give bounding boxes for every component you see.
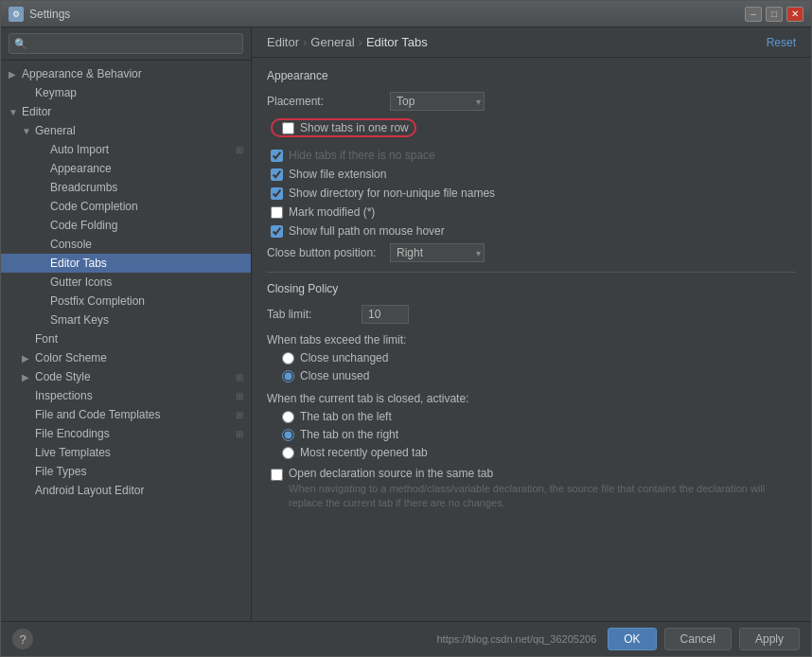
sidebar-item-code-folding[interactable]: Code Folding	[1, 216, 251, 235]
maximize-button[interactable]: □	[766, 7, 783, 22]
most-recently-label[interactable]: Most recently opened tab	[300, 446, 428, 459]
window-controls: – □ ✕	[745, 7, 803, 22]
close-unused-radio[interactable]	[282, 370, 294, 382]
show-file-extension-label[interactable]: Show file extension	[289, 168, 386, 181]
sidebar-label: File Encodings	[35, 427, 110, 440]
breadcrumb-part-3: Editor Tabs	[366, 35, 428, 49]
appearance-section-title: Appearance	[267, 69, 796, 82]
show-tabs-circled: Show tabs in one row	[271, 118, 416, 137]
sidebar-label: Console	[50, 238, 92, 251]
sidebar-item-inspections[interactable]: Inspections ⊞	[1, 386, 251, 405]
sidebar-item-console[interactable]: Console	[1, 235, 251, 254]
sidebar-item-smart-keys[interactable]: Smart Keys	[1, 311, 251, 329]
sidebar-label: Inspections	[35, 389, 93, 402]
ok-button[interactable]: OK	[608, 628, 656, 650]
arrow-icon: ▶	[22, 372, 31, 382]
search-icon: 🔍	[14, 38, 27, 50]
show-full-path-label[interactable]: Show full path on mouse hover	[289, 224, 445, 238]
close-button-select-wrapper: Right Left None ▾	[390, 243, 485, 262]
section-divider	[267, 272, 796, 273]
sidebar-item-file-code-templates[interactable]: File and Code Templates ⊞	[1, 405, 251, 424]
arrow-icon: ▶	[9, 69, 18, 80]
show-full-path-checkbox[interactable]	[271, 225, 283, 238]
show-directory-label[interactable]: Show directory for non-unique file names	[289, 186, 495, 200]
sidebar-item-appearance[interactable]: Appearance	[1, 159, 251, 178]
arrow-icon: ▼	[9, 107, 18, 117]
help-icon[interactable]: ?	[12, 629, 33, 649]
tab-on-left-radio[interactable]	[282, 411, 294, 423]
item-icon: ⊞	[236, 145, 243, 155]
show-directory-checkbox[interactable]	[271, 187, 283, 200]
hide-tabs-label[interactable]: Hide tabs if there is no space	[289, 149, 435, 162]
sidebar-item-auto-import[interactable]: Auto Import ⊞	[1, 140, 251, 159]
sidebar-item-breadcrumbs[interactable]: Breadcrumbs	[1, 178, 251, 197]
show-file-extension-checkbox[interactable]	[271, 169, 283, 181]
sidebar-item-editor-tabs[interactable]: Editor Tabs	[1, 254, 251, 273]
sidebar-label: Keymap	[35, 86, 77, 99]
sidebar-item-gutter-icons[interactable]: Gutter Icons	[1, 273, 251, 292]
placement-row: Placement: Top Bottom Left Right None ▾	[267, 92, 796, 111]
sidebar-item-code-completion[interactable]: Code Completion	[1, 197, 251, 216]
sidebar-label: Gutter Icons	[50, 275, 112, 289]
hide-tabs-checkbox[interactable]	[271, 150, 283, 162]
sidebar-label: Breadcrumbs	[50, 181, 117, 194]
close-unused-label[interactable]: Close unused	[300, 369, 369, 382]
sidebar-item-file-encodings[interactable]: File Encodings ⊞	[1, 424, 251, 443]
app-icon: ⚙	[9, 7, 24, 22]
sidebar-label: Code Folding	[50, 219, 117, 232]
mark-modified-label[interactable]: Mark modified (*)	[289, 205, 375, 219]
close-button-select[interactable]: Right Left None	[390, 243, 485, 262]
close-unchanged-label[interactable]: Close unchanged	[300, 351, 388, 364]
open-decl-checkbox[interactable]	[271, 469, 283, 481]
show-tabs-one-row-checkbox[interactable]	[282, 122, 294, 134]
sidebar-label: Code Style	[35, 370, 91, 383]
tab-limit-row: Tab limit:	[267, 305, 796, 324]
arrow-icon: ▼	[22, 126, 31, 136]
tab-limit-input[interactable]	[362, 305, 409, 324]
tab-limit-label: Tab limit:	[267, 308, 362, 321]
sidebar-item-appearance-behavior[interactable]: ▶ Appearance & Behavior	[1, 64, 251, 83]
tab-on-right-label[interactable]: The tab on the right	[300, 428, 398, 441]
breadcrumb-part-1: Editor	[267, 35, 299, 49]
sidebar-item-live-templates[interactable]: Live Templates	[1, 443, 251, 462]
main-content: 🔍 ▶ Appearance & Behavior Keymap ▼ Edito…	[1, 27, 811, 621]
arrow-icon: ▶	[22, 353, 31, 364]
close-button[interactable]: ✕	[786, 7, 803, 22]
search-input[interactable]	[9, 33, 243, 54]
placement-select[interactable]: Top Bottom Left Right None	[390, 92, 485, 111]
sidebar-item-postfix-completion[interactable]: Postfix Completion	[1, 292, 251, 311]
close-unchanged-row: Close unchanged	[267, 351, 796, 364]
sidebar-item-color-scheme[interactable]: ▶ Color Scheme	[1, 348, 251, 367]
sidebar-label: Code Completion	[50, 200, 138, 213]
cancel-button[interactable]: Cancel	[664, 628, 732, 650]
minimize-button[interactable]: –	[745, 7, 762, 22]
tab-on-left-label[interactable]: The tab on the left	[300, 410, 392, 423]
show-tabs-one-row-label[interactable]: Show tabs in one row	[300, 121, 409, 134]
item-icon: ⊞	[236, 429, 243, 439]
open-decl-label[interactable]: Open declaration source in the same tab	[289, 467, 493, 480]
when-tabs-exceed-label: When tabs exceed the limit:	[267, 333, 796, 346]
sidebar-label: Live Templates	[35, 446, 111, 459]
sidebar-item-android-layout-editor[interactable]: Android Layout Editor	[1, 481, 251, 500]
apply-button[interactable]: Apply	[739, 628, 800, 650]
sidebar-label: General	[35, 124, 76, 137]
close-unchanged-radio[interactable]	[282, 352, 294, 364]
sidebar-item-file-types[interactable]: File Types	[1, 462, 251, 481]
sidebar-item-general[interactable]: ▼ General	[1, 121, 251, 140]
closing-policy-section: Closing Policy Tab limit: When tabs exce…	[267, 282, 796, 511]
open-decl-row: Open declaration source in the same tab …	[267, 467, 796, 511]
sidebar-item-editor[interactable]: ▼ Editor	[1, 102, 251, 121]
sidebar-item-code-style[interactable]: ▶ Code Style ⊞	[1, 367, 251, 386]
mark-modified-checkbox[interactable]	[271, 206, 283, 219]
sidebar-label: Auto Import	[50, 143, 109, 156]
most-recently-radio[interactable]	[282, 447, 294, 459]
search-box: 🔍	[1, 27, 251, 61]
sidebar-item-font[interactable]: Font	[1, 329, 251, 348]
sidebar-item-keymap[interactable]: Keymap	[1, 83, 251, 102]
close-unused-row: Close unused	[267, 369, 796, 382]
panel-content: Appearance Placement: Top Bottom Left Ri…	[252, 58, 811, 621]
tab-on-right-radio[interactable]	[282, 429, 294, 441]
reset-button[interactable]: Reset	[767, 36, 796, 49]
show-directory-row: Show directory for non-unique file names	[267, 186, 796, 200]
show-full-path-row: Show full path on mouse hover	[267, 224, 796, 238]
